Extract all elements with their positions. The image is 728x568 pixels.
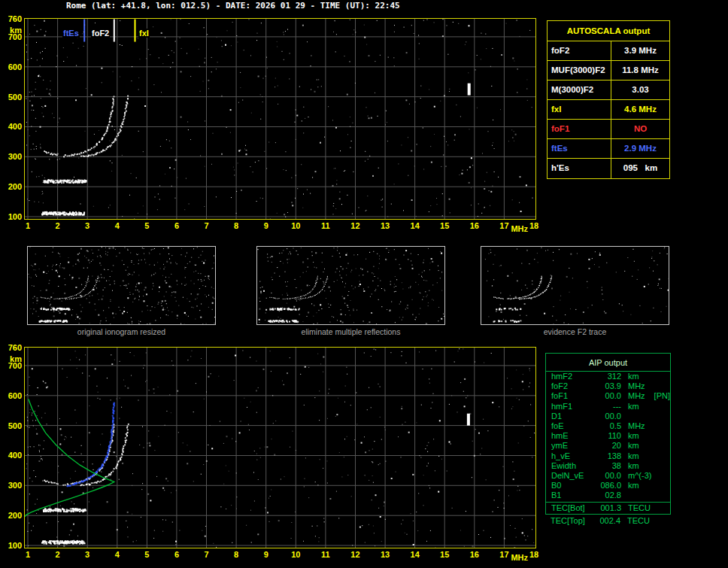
aip-param-value: 0.5 (594, 421, 621, 431)
x-axis-tick-4: 4 (110, 221, 125, 230)
x-axis-tick-1: 1 (20, 221, 35, 230)
autoscala-row-M(3000)F2: M(3000)F23.03 (548, 80, 669, 100)
autoscala-param-label: M(3000)F2 (548, 80, 611, 99)
aip-param-unit (621, 412, 628, 421)
x-axis-unit-label: MHz (511, 553, 528, 562)
x-axis-tick-10: 10 (288, 221, 303, 230)
y-axis-tick-760: 760 (2, 343, 22, 352)
aip-param-value: 312 (594, 372, 621, 381)
aip-table-title: AIP output (546, 354, 670, 372)
aip-row-foE: foE0.5MHz (546, 421, 670, 431)
aip-row-B0: B0086.0km (546, 481, 670, 491)
x-axis-tick-2: 2 (50, 221, 65, 230)
aip-param-value: 138 (594, 451, 621, 461)
aip-row-TEC[Bot]: TEC[Bot]001.3TECU (546, 503, 670, 513)
aip-param-unit: MHz (621, 391, 645, 401)
aip-param-unit: TECU (620, 516, 650, 526)
y-axis-tick-300: 300 (2, 152, 22, 161)
aip-output-table: AIP output hmF2312kmfoF203.9MHzfoF100.0M… (545, 353, 671, 515)
autoscala-row-MUF(3000)F2: MUF(3000)F211.8 MHz (548, 61, 669, 80)
autoscala-param-value: 3.9 MHz (611, 41, 669, 60)
aip-row-hmE: hmE110km (546, 431, 670, 441)
x-axis-tick-10: 10 (288, 550, 303, 559)
y-axis-tick-300: 300 (2, 481, 22, 490)
y-axis-tick-600: 600 (2, 62, 22, 71)
x-axis-tick-7: 7 (199, 221, 214, 230)
aip-param-unit: m^(-3) (621, 471, 651, 481)
autoscala-param-label: h'Es (548, 159, 611, 178)
x-axis-tick-18: 18 (526, 550, 541, 559)
x-axis-tick-13: 13 (378, 550, 393, 559)
autoscala-row-ftEs: ftEs2.9 MHz (548, 139, 669, 159)
x-axis-tick-16: 16 (467, 550, 482, 559)
x-axis-tick-15: 15 (437, 221, 452, 230)
x-axis-tick-13: 13 (378, 221, 393, 230)
y-axis-tick-760: 760 (2, 14, 22, 23)
y-axis-tick-200: 200 (2, 511, 22, 520)
aip-param-value: 002.4 (593, 516, 620, 526)
aip-row-Ewidth: Ewidth38km (546, 461, 670, 471)
thumbnail-evidence-f2 (481, 246, 669, 325)
aip-param-label: h_vE (551, 451, 594, 461)
autoscala-param-value: 095 km (611, 159, 669, 178)
y-axis-tick-200: 200 (2, 182, 22, 191)
aip-param-label: B1 (551, 491, 594, 500)
aip-row-hmF1: hmF1---km (546, 402, 670, 412)
aip-param-value: 02.8 (594, 491, 621, 500)
x-axis-tick-6: 6 (169, 550, 184, 559)
thumbnail-eliminate-canvas (257, 247, 444, 324)
autoscala-output-table: AUTOSCALA output foF23.9 MHzMUF(3000)F21… (547, 20, 670, 179)
y-axis-tick-500: 500 (2, 421, 22, 430)
x-axis-tick-12: 12 (347, 550, 362, 559)
aip-param-unit: km (621, 431, 639, 441)
aip-param-label: hmF1 (551, 402, 594, 412)
top-ionogram-canvas (25, 19, 535, 219)
thumbnail-caption-original: original ionogram resized (27, 327, 216, 336)
foF2-legend-label: foF2 (91, 29, 110, 38)
x-axis-tick-11: 11 (318, 550, 333, 559)
x-axis-tick-5: 5 (139, 221, 154, 230)
aip-param-value: --- (594, 402, 621, 412)
aip-param-label: D1 (551, 412, 594, 421)
y-axis-tick-100: 100 (2, 541, 22, 550)
thumbnail-evidence-canvas (481, 247, 669, 324)
aip-row-foF2: foF203.9MHz (546, 381, 670, 391)
ftEs-legend-label: ftEs (62, 29, 80, 38)
autoscala-param-label: MUF(3000)F2 (548, 61, 611, 80)
aip-param-label: TEC[Bot] (551, 503, 594, 513)
aip-row-foF1: foF100.0MHz[PN] (546, 391, 670, 401)
aip-param-unit: km (621, 481, 639, 491)
thumbnail-original-canvas (28, 247, 215, 324)
aip-param-label: Ewidth (551, 461, 594, 471)
x-axis-tick-8: 8 (229, 550, 244, 559)
x-axis-tick-3: 3 (80, 221, 95, 230)
y-axis-tick-400: 400 (2, 451, 22, 460)
autoscala-window: Rome (lat: +41.8, lon: 012.5) - DATE: 20… (0, 0, 728, 568)
autoscala-param-label: foF1 (548, 120, 611, 138)
aip-param-value: 086.0 (594, 481, 621, 491)
x-axis-tick-2: 2 (50, 550, 65, 559)
x-axis-unit-label: MHz (511, 224, 528, 233)
aip-row-hmF2: hmF2312km (546, 372, 670, 381)
x-axis-tick-5: 5 (139, 550, 154, 559)
aip-param-label: ymE (551, 441, 594, 451)
aip-param-unit (621, 491, 628, 500)
aip-tec-top-row: TEC[Top]002.4TECU (545, 516, 671, 526)
thumbnail-original-ionogram (27, 246, 216, 325)
autoscala-param-value: 4.6 MHz (611, 100, 669, 119)
x-axis-tick-8: 8 (229, 221, 244, 230)
aip-param-unit: TECU (621, 503, 651, 513)
x-axis-tick-4: 4 (110, 550, 125, 559)
aip-param-label: foE (551, 421, 594, 431)
aip-param-label: foF1 (551, 391, 594, 401)
x-axis-tick-18: 18 (526, 221, 541, 230)
thumbnail-caption-evidence: evidence F2 trace (481, 327, 669, 336)
aip-param-unit: km (621, 372, 639, 381)
aip-param-unit: km (621, 451, 639, 461)
x-axis-tick-16: 16 (467, 221, 482, 230)
fxI-legend-label: fxI (138, 29, 150, 38)
x-axis-tick-9: 9 (259, 221, 274, 230)
aip-param-label: DelN_vE (551, 471, 594, 481)
x-axis-tick-14: 14 (408, 550, 423, 559)
x-axis-tick-17: 17 (496, 550, 511, 559)
